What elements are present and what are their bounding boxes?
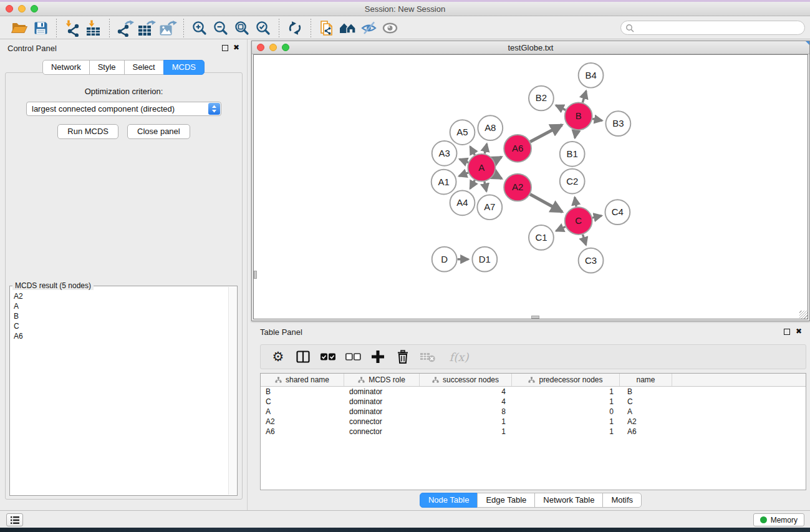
cell-successor-nodes[interactable]: 4	[420, 387, 512, 396]
cell-MCDS-role[interactable]: dominator	[344, 407, 420, 416]
export-image-button[interactable]	[157, 18, 178, 38]
float-panel-icon[interactable]	[784, 329, 790, 335]
apply-function-button[interactable]: f(x)	[441, 346, 476, 367]
graph-node-C[interactable]: C	[565, 207, 592, 235]
zoom-in-button[interactable]	[189, 18, 210, 38]
graph-node-A5[interactable]: A5	[450, 120, 475, 145]
mcds-result-item[interactable]: B	[11, 311, 228, 321]
create-column-button[interactable]	[367, 346, 389, 367]
graph-edge-A-A8[interactable]	[485, 144, 486, 154]
canvas-vertical-scroll-thumb[interactable]	[254, 271, 257, 279]
graph-edge-B-B4[interactable]	[582, 91, 586, 103]
export-table-button[interactable]	[136, 18, 157, 38]
table-row[interactable]: Cdominator41C	[261, 397, 806, 407]
cell-name[interactable]: B	[620, 387, 672, 396]
graph-edge-C-C3[interactable]	[582, 235, 586, 245]
tab-network-table[interactable]: Network Table	[534, 493, 603, 508]
zoom-selected-button[interactable]	[253, 18, 274, 38]
column-header-MCDS-role[interactable]: MCDS role	[344, 374, 420, 386]
delete-columns-button[interactable]	[392, 346, 414, 367]
graph-node-C2[interactable]: C2	[560, 169, 585, 194]
graph-edge-A-A4[interactable]	[470, 180, 475, 189]
cell-predecessor-nodes[interactable]: 1	[512, 387, 620, 396]
graph-node-A[interactable]: A	[468, 154, 495, 181]
tab-network[interactable]: Network	[42, 60, 90, 75]
graph-node-B1[interactable]: B1	[560, 142, 585, 167]
graph-edge-A-A2[interactable]	[494, 175, 501, 179]
graph-edge-C-C2[interactable]	[575, 197, 576, 206]
mcds-result-item[interactable]: C	[11, 321, 228, 331]
column-header-predecessor-nodes[interactable]: predecessor nodes	[512, 374, 620, 386]
graph-edge-B-B2[interactable]	[556, 105, 566, 110]
network-zoom-button[interactable]	[282, 44, 289, 51]
graph-edge-A-A1[interactable]	[459, 173, 468, 177]
graph-node-C3[interactable]: C3	[579, 248, 604, 273]
cell-MCDS-role[interactable]: connector	[344, 417, 420, 426]
table-row[interactable]: Bdominator41B	[261, 387, 806, 397]
cell-predecessor-nodes[interactable]: 1	[512, 427, 620, 436]
import-table-button[interactable]	[83, 18, 104, 38]
graph-node-A3[interactable]: A3	[432, 141, 457, 166]
network-close-button[interactable]	[257, 44, 264, 51]
delete-table-button[interactable]	[417, 346, 439, 367]
graph-node-B[interactable]: B	[565, 102, 592, 130]
select-all-button[interactable]	[317, 346, 339, 367]
refresh-layout-button[interactable]	[284, 18, 306, 38]
cell-predecessor-nodes[interactable]: 1	[512, 417, 620, 426]
graph-edge-A2-C[interactable]	[530, 195, 562, 212]
close-panel-icon[interactable]: ✖	[796, 327, 802, 336]
column-header-successor-nodes[interactable]: successor nodes	[420, 374, 512, 386]
network-canvas[interactable]: B4B2BB3A5A8A6B1A3AA1C2A2A4A7CC4C1C3DD1	[253, 54, 808, 319]
open-session-button[interactable]	[9, 18, 30, 38]
graph-node-B3[interactable]: B3	[605, 111, 630, 136]
graph-node-C1[interactable]: C1	[529, 225, 554, 250]
export-network-button[interactable]	[115, 18, 136, 38]
cell-name[interactable]: A2	[620, 417, 672, 426]
cell-successor-nodes[interactable]: 1	[420, 417, 512, 426]
home-view-button[interactable]	[337, 18, 359, 38]
cell-shared-name[interactable]: C	[261, 397, 344, 406]
graph-node-D1[interactable]: D1	[472, 247, 497, 272]
import-network-button[interactable]	[62, 18, 83, 38]
graph-edge-C-C1[interactable]	[556, 226, 566, 231]
zoom-fit-button[interactable]	[231, 18, 253, 38]
hide-selected-button[interactable]	[359, 18, 380, 38]
graph-edge-B-B1[interactable]	[575, 130, 576, 138]
graph-node-A8[interactable]: A8	[478, 115, 503, 140]
deselect-all-button[interactable]	[342, 346, 364, 367]
graph-node-A2[interactable]: A2	[504, 174, 531, 201]
graph-node-C4[interactable]: C4	[605, 200, 630, 225]
graph-node-A7[interactable]: A7	[477, 195, 502, 220]
float-panel-icon[interactable]	[222, 45, 228, 51]
cell-shared-name[interactable]: A6	[261, 427, 344, 436]
result-list-scrollbar[interactable]	[228, 287, 236, 495]
column-header-name[interactable]: name	[620, 374, 672, 386]
cell-predecessor-nodes[interactable]: 0	[512, 407, 620, 416]
graph-node-D[interactable]: D	[432, 247, 457, 272]
table-row[interactable]: A2connector11A2	[261, 417, 806, 427]
network-minimize-button[interactable]	[269, 44, 277, 51]
table-settings-button[interactable]: ⚙	[267, 346, 289, 367]
graph-edge-C-C4[interactable]	[592, 216, 602, 218]
mcds-result-item[interactable]: A2	[11, 291, 228, 301]
graph-node-B2[interactable]: B2	[529, 86, 554, 111]
memory-button[interactable]: Memory	[753, 513, 804, 526]
graph-node-A6[interactable]: A6	[504, 135, 531, 162]
cell-shared-name[interactable]: B	[261, 387, 344, 396]
search-input[interactable]	[637, 22, 804, 34]
zoom-out-button[interactable]	[210, 18, 231, 38]
tab-style[interactable]: Style	[89, 60, 125, 75]
column-header-shared-name[interactable]: shared name	[261, 374, 344, 386]
cell-successor-nodes[interactable]: 1	[420, 427, 512, 436]
graph-edge-B-B3[interactable]	[592, 119, 602, 121]
cell-MCDS-role[interactable]: connector	[344, 427, 420, 436]
cell-successor-nodes[interactable]: 4	[420, 397, 512, 406]
mcds-result-list[interactable]: A2ABCA6	[11, 291, 228, 495]
close-panel-button[interactable]: Close panel	[127, 124, 190, 139]
window-resize-grip[interactable]	[799, 311, 808, 319]
cell-shared-name[interactable]: A	[261, 407, 344, 416]
graph-edge-A-A6[interactable]	[494, 157, 502, 161]
show-view-button[interactable]	[380, 18, 401, 38]
criterion-select[interactable]: largest connected component (directed)	[26, 102, 221, 116]
graph-node-B4[interactable]: B4	[579, 63, 604, 88]
